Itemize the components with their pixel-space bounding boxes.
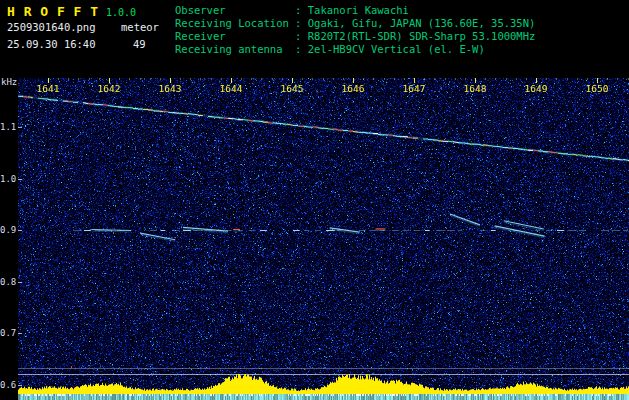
info-value: 2el-HB9CV Vertical (el. E-W) [308, 43, 485, 55]
output-filename: 2509301640.png [7, 21, 96, 33]
freq-label: 0.7 [0, 328, 16, 338]
info-row-receiver: Receiver: R820T2(RTL-SDR) SDR-Sharp 53.1… [175, 30, 535, 42]
mode-label: meteor [121, 21, 159, 33]
app-title: H R O F F T [7, 4, 99, 19]
info-value: R820T2(RTL-SDR) SDR-Sharp 53.1000MHz [308, 30, 536, 42]
spectrogram-canvas [18, 78, 629, 400]
freq-label: 0.8 [0, 277, 16, 287]
freq-label: 1.0 [0, 174, 16, 184]
freq-label: 0.6 [0, 380, 16, 390]
time-label: 1647 [399, 83, 429, 94]
time-label: 1643 [155, 83, 185, 94]
info-label: Receiver [175, 30, 295, 42]
info-value: Takanori Kawachi [308, 4, 409, 16]
time-label: 1649 [521, 83, 551, 94]
info-colon: : [295, 43, 308, 55]
info-row-observer: Observer: Takanori Kawachi [175, 4, 409, 16]
capture-datetime: 25.09.30 16:40 [7, 38, 96, 50]
freq-label: 1.1 [0, 122, 16, 132]
info-value: Ogaki, Gifu, JAPAN (136.60E, 35.35N) [308, 17, 536, 29]
time-label: 1644 [216, 83, 246, 94]
info-label: Receiving antenna [175, 43, 295, 55]
freq-unit-label: kHz [1, 77, 17, 87]
time-label: 1646 [338, 83, 368, 94]
info-row-antenna: Receiving antenna: 2el-HB9CV Vertical (e… [175, 43, 485, 55]
meteor-count: 49 [133, 38, 146, 50]
hrofft-window: H R O F F T 1.0.0 2509301640.png meteor … [0, 0, 629, 400]
time-label: 1641 [33, 83, 63, 94]
app-version: 1.0.0 [106, 7, 136, 18]
info-colon: : [295, 17, 308, 29]
info-label: Receiving Location [175, 17, 295, 29]
freq-label: 0.9 [0, 225, 16, 235]
info-colon: : [295, 30, 308, 42]
info-colon: : [295, 4, 308, 16]
time-label: 1650 [582, 83, 612, 94]
time-label: 1642 [94, 83, 124, 94]
time-label: 1648 [460, 83, 490, 94]
info-label: Observer [175, 4, 295, 16]
time-label: 1645 [277, 83, 307, 94]
info-row-location: Receiving Location: Ogaki, Gifu, JAPAN (… [175, 17, 535, 29]
